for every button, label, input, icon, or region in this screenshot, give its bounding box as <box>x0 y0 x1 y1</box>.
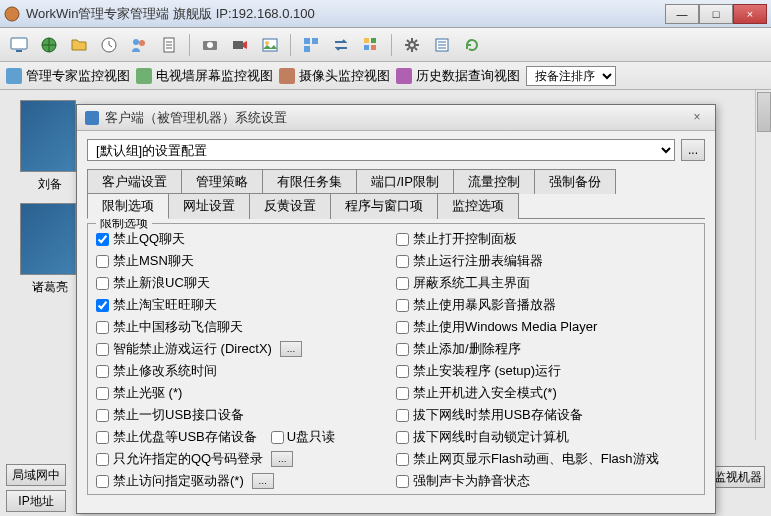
option-checkbox[interactable] <box>96 255 109 268</box>
option-label: 禁止一切USB接口设备 <box>113 406 244 424</box>
option-checkbox[interactable] <box>96 431 109 444</box>
view-history[interactable]: 历史数据查询视图 <box>396 67 520 85</box>
view-expert[interactable]: 管理专家监控视图 <box>6 67 130 85</box>
svg-point-9 <box>207 42 213 48</box>
option-label: U盘只读 <box>287 428 335 446</box>
settings-tab[interactable]: 强制备份 <box>534 169 616 194</box>
windows-icon[interactable] <box>298 32 324 58</box>
option-checkbox[interactable] <box>96 475 109 488</box>
sort-combo[interactable]: 按备注排序 <box>526 66 616 86</box>
list-icon[interactable] <box>429 32 455 58</box>
settings-tab[interactable]: 监控选项 <box>437 193 519 219</box>
client-label: 诸葛亮 <box>20 279 80 296</box>
lan-tab[interactable]: 局域网中 <box>6 464 66 486</box>
restrict-option: 禁止MSN聊天 <box>96 252 396 270</box>
option-label: 禁止使用暴风影音播放器 <box>413 296 556 314</box>
camera-view-icon <box>279 68 295 84</box>
option-label: 拔下网线时禁用USB存储设备 <box>413 406 583 424</box>
gear-icon[interactable] <box>399 32 425 58</box>
option-checkbox[interactable] <box>396 365 409 378</box>
option-checkbox[interactable] <box>96 299 109 312</box>
option-detail-button[interactable]: … <box>252 473 274 489</box>
scrollbar[interactable] <box>755 90 771 440</box>
refresh-icon[interactable] <box>459 32 485 58</box>
option-checkbox[interactable] <box>96 387 109 400</box>
settings-tab[interactable]: 端口/IP限制 <box>356 169 454 194</box>
option-label: 禁止运行注册表编辑器 <box>413 252 543 270</box>
client-thumb[interactable] <box>20 100 76 172</box>
maximize-button[interactable]: □ <box>699 4 733 24</box>
option-checkbox[interactable] <box>396 299 409 312</box>
clock-icon[interactable] <box>96 32 122 58</box>
option-checkbox[interactable] <box>396 255 409 268</box>
restrict-option: 禁止修改系统时间 <box>96 362 396 380</box>
settings-tab[interactable]: 客户端设置 <box>87 169 182 194</box>
option-label: 屏蔽系统工具主界面 <box>413 274 530 292</box>
settings-tab[interactable]: 管理策略 <box>181 169 263 194</box>
option-detail-button[interactable]: … <box>271 451 293 467</box>
restrict-option: 只允许指定的QQ号码登录… <box>96 450 396 468</box>
option-checkbox[interactable] <box>96 277 109 290</box>
grid-icon[interactable] <box>358 32 384 58</box>
settings-tab[interactable]: 有限任务集 <box>262 169 357 194</box>
svg-point-20 <box>409 42 415 48</box>
settings-tab[interactable]: 流量控制 <box>453 169 535 194</box>
globe-icon[interactable] <box>36 32 62 58</box>
restrict-option: 拔下网线时禁用USB存储设备 <box>396 406 696 424</box>
option-checkbox[interactable] <box>396 475 409 488</box>
close-button[interactable]: × <box>733 4 767 24</box>
option-checkbox[interactable] <box>96 453 109 466</box>
option-label: 禁止打开控制面板 <box>413 230 517 248</box>
users-icon[interactable] <box>126 32 152 58</box>
monitor-machine-button[interactable]: 监视机器 <box>711 466 765 488</box>
option-checkbox[interactable] <box>96 365 109 378</box>
restrict-option: 禁止使用Windows Media Player <box>396 318 696 336</box>
restrict-option: 禁止QQ聊天 <box>96 230 396 248</box>
main-window: WorkWin管理专家管理端 旗舰版 IP:192.168.0.100 — □ … <box>0 0 771 516</box>
exchange-icon[interactable] <box>328 32 354 58</box>
minimize-button[interactable]: — <box>665 4 699 24</box>
folder-icon[interactable] <box>66 32 92 58</box>
restrict-option: 禁止安装程序 (setup)运行 <box>396 362 696 380</box>
option-checkbox[interactable] <box>396 409 409 422</box>
document-icon[interactable] <box>156 32 182 58</box>
settings-tab[interactable]: 程序与窗口项 <box>330 193 438 219</box>
ip-tab[interactable]: IP地址 <box>6 490 66 512</box>
app-icon <box>4 6 20 22</box>
svg-rect-13 <box>304 38 310 44</box>
svg-point-5 <box>133 39 139 45</box>
svg-point-6 <box>139 40 145 46</box>
option-checkbox[interactable] <box>396 343 409 356</box>
option-checkbox[interactable] <box>396 431 409 444</box>
restrict-option: 禁止一切USB接口设备 <box>96 406 396 424</box>
option-checkbox[interactable] <box>396 387 409 400</box>
option-checkbox[interactable] <box>96 343 109 356</box>
option-checkbox[interactable] <box>396 321 409 334</box>
option-checkbox[interactable] <box>396 233 409 246</box>
view-tvwall[interactable]: 电视墙屏幕监控视图 <box>136 67 273 85</box>
config-browse-button[interactable]: ... <box>681 139 705 161</box>
option-checkbox[interactable] <box>96 233 109 246</box>
option-checkbox[interactable] <box>396 277 409 290</box>
settings-tab[interactable]: 反黄设置 <box>249 193 331 219</box>
camera-icon[interactable] <box>197 32 223 58</box>
dialog-close-button[interactable]: × <box>687 110 707 126</box>
settings-tab[interactable]: 网址设置 <box>168 193 250 219</box>
option-label: 禁止MSN聊天 <box>113 252 194 270</box>
config-group-combo[interactable]: [默认组]的设置配置 <box>87 139 675 161</box>
screen-icon[interactable] <box>6 32 32 58</box>
record-icon[interactable] <box>227 32 253 58</box>
option-checkbox[interactable] <box>396 453 409 466</box>
option-checkbox[interactable] <box>96 409 109 422</box>
svg-rect-19 <box>371 45 376 50</box>
settings-tab[interactable]: 限制选项 <box>87 193 169 219</box>
history-icon <box>396 68 412 84</box>
svg-rect-17 <box>364 45 369 50</box>
option-checkbox[interactable] <box>96 321 109 334</box>
view-camera[interactable]: 摄像头监控视图 <box>279 67 390 85</box>
option-detail-button[interactable]: … <box>280 341 302 357</box>
picture-icon[interactable] <box>257 32 283 58</box>
option-label: 禁止安装程序 (setup)运行 <box>413 362 561 380</box>
option-checkbox[interactable] <box>271 431 284 444</box>
client-thumb[interactable] <box>20 203 76 275</box>
